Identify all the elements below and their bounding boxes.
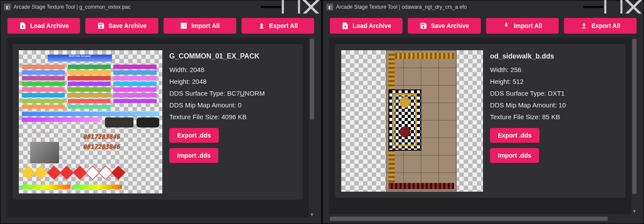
save-archive-button[interactable]: Save Archive [85,18,158,34]
export-icon [258,22,266,30]
svg-rect-0 [261,6,281,8]
scroll-down-icon[interactable]: ▼ [309,211,315,217]
texture-list[interactable]: Shift into 1st gear [7,38,309,217]
texture-list[interactable]: od_sidewalk_b.dds Width: 256 Height: 512… [329,38,631,214]
import-all-button[interactable]: Import All [164,18,236,34]
save-archive-button[interactable]: Save Archive [408,18,480,34]
file-download-icon [19,22,27,30]
import-all-button[interactable]: Import All [486,18,559,34]
export-dds-button[interactable]: Export .dds [490,128,539,143]
texture-name: od_sidewalk_b.dds [490,50,619,63]
import-icon [180,22,188,30]
vertical-scrollbar[interactable]: ▲ ▼ [309,38,315,217]
content-area: Shift into 1st gear [7,38,315,217]
texture-preview [341,50,483,192]
vertical-scrollbar[interactable]: ▲ ▼ [631,38,637,214]
maximize-button[interactable] [603,0,623,14]
texture-card: Shift into 1st gear [13,44,303,200]
svg-rect-4 [583,6,603,8]
minimize-button[interactable] [261,0,281,14]
texture-preview: Shift into 1st gear [19,50,162,193]
scrollbar-thumb[interactable] [632,39,637,194]
app-icon: ◧ [4,3,11,10]
export-all-button[interactable]: Export All [242,18,314,34]
save-icon [97,22,105,30]
svg-rect-1 [283,0,299,15]
file-download-icon [341,22,349,30]
texture-meta: G_COMMON_01_EX_PACK Width: 2048 Height: … [169,50,297,193]
close-button[interactable] [301,0,321,14]
import-dds-button[interactable]: Import .dds [169,148,218,163]
import-dds-button[interactable]: Import .dds [490,148,539,163]
scrollbar-thumb[interactable] [330,217,608,221]
export-icon [580,22,588,30]
horizontal-scrollbar[interactable] [329,216,637,222]
app-icon: ◧ [326,3,333,10]
toolbar: Load Archive Save Archive Import All Exp… [0,14,321,38]
window-right: ◧ Arcade Stage Texture Tool | odawara_ng… [322,0,644,224]
titlebar[interactable]: ◧ Arcade Stage Texture Tool | odawara_ng… [323,0,644,14]
minimize-button[interactable] [583,0,603,14]
titlebar[interactable]: ◧ Arcade Stage Texture Tool | g_common_e… [0,0,321,14]
load-archive-button[interactable]: Load Archive [330,18,402,34]
texture-name: G_COMMON_01_EX_PACK [169,50,297,63]
import-icon [502,22,510,30]
export-dds-button[interactable]: Export .dds [169,128,219,143]
window-title: Arcade Stage Texture Tool | g_common_ext… [14,4,261,10]
load-archive-button[interactable]: Load Archive [7,18,80,34]
scrollbar-thumb[interactable] [310,39,314,120]
save-icon [420,22,427,30]
scroll-down-icon[interactable]: ▼ [631,208,637,214]
window-left: ◧ Arcade Stage Texture Tool | g_common_e… [0,0,322,224]
content-area: od_sidewalk_b.dds Width: 256 Height: 512… [329,38,637,214]
texture-card: od_sidewalk_b.dds Width: 256 Height: 512… [335,44,625,198]
close-button[interactable] [623,0,644,14]
export-all-button[interactable]: Export All [564,18,637,34]
window-title: Arcade Stage Texture Tool | odawara_ngt_… [336,4,583,10]
svg-rect-5 [606,0,622,15]
maximize-button[interactable] [281,0,301,14]
texture-meta: od_sidewalk_b.dds Width: 256 Height: 512… [490,50,619,192]
toolbar: Load Archive Save Archive Import All Exp… [323,14,644,38]
